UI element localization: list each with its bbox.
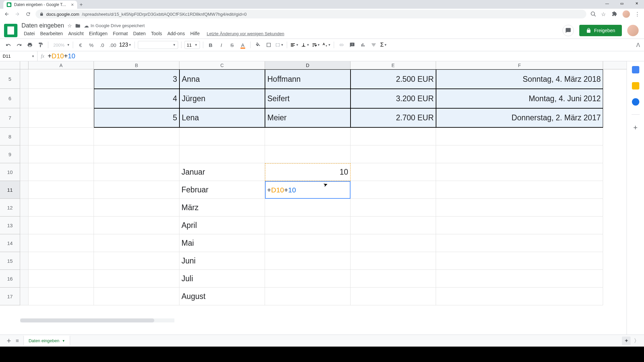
- row-header[interactable]: 17: [0, 288, 20, 305]
- chrome-profile-avatar[interactable]: [623, 10, 630, 18]
- cell[interactable]: [29, 288, 94, 305]
- row-header[interactable]: 9: [0, 145, 20, 163]
- cell[interactable]: Januar: [179, 163, 265, 181]
- cell[interactable]: Donnerstag, 2. März 2017: [436, 108, 603, 128]
- cell[interactable]: [351, 217, 436, 234]
- paint-format-button[interactable]: [36, 41, 45, 49]
- cell[interactable]: [351, 181, 436, 199]
- cell[interactable]: Jürgen: [179, 89, 265, 108]
- cell[interactable]: [436, 181, 603, 199]
- cell[interactable]: [94, 252, 179, 270]
- cell[interactable]: 4: [94, 89, 179, 108]
- extensions-icon[interactable]: [612, 11, 618, 17]
- chrome-menu-icon[interactable]: ⋮: [635, 11, 641, 17]
- row-header[interactable]: 6: [0, 89, 20, 108]
- cell[interactable]: Lena: [179, 108, 265, 128]
- bookmark-icon[interactable]: ☆: [601, 11, 607, 17]
- horizontal-scrollbar[interactable]: [20, 318, 174, 322]
- print-button[interactable]: [25, 41, 34, 49]
- cell[interactable]: [94, 145, 179, 163]
- font-size-select[interactable]: 11▼: [184, 41, 200, 49]
- add-sidepanel-button[interactable]: +: [633, 123, 638, 132]
- calendar-sidepanel-icon[interactable]: [632, 66, 639, 73]
- collapse-toolbar-icon[interactable]: ᐱ: [636, 42, 640, 48]
- cell[interactable]: Hoffmann: [265, 69, 351, 89]
- cell[interactable]: [94, 217, 179, 234]
- cell[interactable]: [29, 181, 94, 199]
- cell[interactable]: [265, 288, 351, 305]
- window-minimize-button[interactable]: —: [600, 0, 614, 7]
- menu-format[interactable]: Format: [111, 30, 130, 37]
- reload-button[interactable]: [25, 11, 32, 17]
- currency-button[interactable]: €: [76, 41, 85, 49]
- keep-sidepanel-icon[interactable]: [632, 82, 639, 89]
- font-family-select[interactable]: ▼: [138, 41, 178, 49]
- cell[interactable]: [29, 234, 94, 252]
- menu-datei[interactable]: Datei: [21, 30, 37, 37]
- cell[interactable]: [265, 234, 351, 252]
- undo-button[interactable]: [4, 41, 13, 49]
- row-header[interactable]: 10: [0, 163, 20, 181]
- cell[interactable]: 2.500 EUR: [351, 69, 436, 89]
- cell[interactable]: [94, 288, 179, 305]
- cell[interactable]: [94, 270, 179, 288]
- menu-daten[interactable]: Daten: [131, 30, 148, 37]
- filter-button[interactable]: [369, 41, 378, 49]
- cell[interactable]: [29, 199, 94, 217]
- cell[interactable]: [179, 145, 265, 163]
- col-header-A[interactable]: A: [29, 61, 94, 69]
- cell[interactable]: [265, 199, 351, 217]
- number-format-select[interactable]: 123▼: [119, 42, 131, 48]
- strikethrough-button[interactable]: S: [228, 41, 236, 49]
- cell[interactable]: [94, 163, 179, 181]
- sheet-tab[interactable]: Daten eingeben ▼: [23, 336, 70, 345]
- sheets-logo-icon[interactable]: [4, 24, 17, 37]
- col-header-F[interactable]: F: [436, 61, 603, 69]
- cell[interactable]: [265, 217, 351, 234]
- insert-link-button[interactable]: [337, 41, 346, 49]
- zoom-indicator-icon[interactable]: [590, 11, 596, 17]
- window-close-button[interactable]: ✕: [629, 0, 644, 7]
- browser-tab[interactable]: Daten eingeben - Google Tabelle ×: [3, 1, 77, 9]
- cell[interactable]: Meier: [265, 108, 351, 128]
- tasks-sidepanel-icon[interactable]: [632, 98, 639, 106]
- row-header[interactable]: 11: [0, 181, 20, 199]
- star-icon[interactable]: ☆: [67, 23, 72, 29]
- explore-button[interactable]: ✦: [622, 337, 631, 345]
- cell[interactable]: [351, 163, 436, 181]
- cell[interactable]: 3: [94, 69, 179, 89]
- functions-button[interactable]: Σ▼: [380, 42, 387, 48]
- fill-color-button[interactable]: [254, 41, 262, 49]
- borders-button[interactable]: [264, 41, 273, 49]
- cell[interactable]: [94, 234, 179, 252]
- cell[interactable]: [29, 217, 94, 234]
- cell[interactable]: [351, 199, 436, 217]
- cell[interactable]: April: [179, 217, 265, 234]
- menu-addons[interactable]: Add-ons: [165, 30, 187, 37]
- last-edit-link[interactable]: Letzte Änderung vor wenigen Sekunden: [207, 31, 284, 36]
- cell[interactable]: [436, 217, 603, 234]
- formula-input[interactable]: +D10+10: [48, 52, 75, 60]
- text-wrap-button[interactable]: ▼: [312, 42, 320, 48]
- cell[interactable]: Juni: [179, 252, 265, 270]
- cell[interactable]: [351, 234, 436, 252]
- cell[interactable]: 10: [265, 163, 351, 181]
- cell[interactable]: [179, 128, 265, 145]
- row-header[interactable]: 13: [0, 217, 20, 234]
- italic-button[interactable]: I: [217, 41, 226, 49]
- cell[interactable]: Februar: [179, 181, 265, 199]
- cell[interactable]: [265, 270, 351, 288]
- spreadsheet-grid[interactable]: A B C D E F 5 3 Anna Hoffmann 2.500 EUR …: [0, 61, 627, 335]
- forward-button[interactable]: [14, 11, 21, 17]
- cell[interactable]: [29, 163, 94, 181]
- insert-chart-button[interactable]: [359, 41, 367, 49]
- cell[interactable]: [265, 145, 351, 163]
- url-field[interactable]: docs.google.com/spreadsheets/d/15_k45NpF…: [36, 10, 586, 18]
- menu-bearbeiten[interactable]: Bearbeiten: [38, 30, 65, 37]
- increase-decimal-button[interactable]: .00: [108, 41, 117, 49]
- cell[interactable]: [351, 252, 436, 270]
- share-button[interactable]: Freigeben: [579, 25, 622, 36]
- cell[interactable]: [29, 128, 94, 145]
- cell[interactable]: [436, 252, 603, 270]
- row-header[interactable]: 14: [0, 234, 20, 252]
